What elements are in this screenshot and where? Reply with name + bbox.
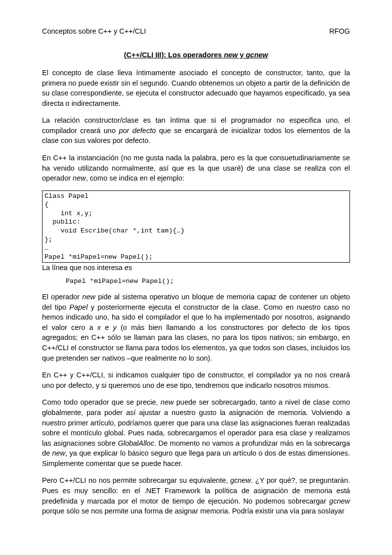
text: Como todo operador que se precie, [42, 398, 161, 406]
em-gcnew: gcnew [230, 476, 251, 484]
page: Conceptos sobre C++ y C++/CLI RFOG (C++/… [0, 0, 392, 555]
text: Pero C++/CLI no nos permite sobrecargar … [42, 476, 230, 484]
paragraph-5: En C++ y C++/CLI, si indicamos cualquier… [42, 370, 350, 390]
inline-code-line: Papel *miPapel=new Papel(); [42, 278, 350, 285]
paragraph-3: En C++ la instanciación (no me gusta nad… [42, 153, 350, 184]
em-por-defecto: por defecto [119, 127, 156, 135]
em-new: new [52, 449, 65, 457]
em-new: new [161, 398, 174, 406]
text: El operador [42, 293, 82, 301]
paragraph-7: Pero C++/CLI no nos permite sobrecargar … [42, 475, 350, 516]
text: porque sólo se nos permite una forma de … [42, 507, 345, 515]
code-block: Class Papel { int x,y; public: void Escr… [42, 190, 350, 263]
em-new: new [82, 293, 95, 301]
title-mid: y [238, 51, 246, 59]
title-keyword-gcnew: gcnew [246, 51, 268, 59]
title-keyword-new: new [224, 51, 238, 59]
em-new: new [73, 174, 86, 182]
em-x: x [97, 324, 101, 331]
text: e [101, 324, 113, 331]
title-prefix: (C++/CLI III): Los operadores [124, 51, 224, 59]
text: , como se indica en el ejemplo: [86, 174, 184, 182]
em-y: y [113, 324, 116, 331]
paragraph-6: Como todo operador que se precie, new pu… [42, 397, 350, 468]
paragraph-1: El concepto de clase lleva íntimamente a… [42, 68, 350, 108]
page-header: Conceptos sobre C++ y C++/CLI RFOG [42, 27, 350, 35]
paragraph-2: La relación constructor/clase es tan ínt… [42, 115, 350, 146]
paragraph-4: El operador new pide al sistema operativ… [42, 292, 350, 363]
em-globalalloc: GlobalAlloc [118, 439, 154, 447]
header-right: RFOG [329, 27, 350, 35]
em-papel: Papel [69, 303, 87, 311]
header-left: Conceptos sobre C++ y C++/CLI [42, 27, 146, 35]
em-gcnew: gcnew [329, 497, 350, 505]
text: , ya que explicar lo básico seguro que l… [42, 449, 350, 467]
document-title: (C++/CLI III): Los operadores new y gcne… [42, 51, 350, 59]
paragraph-after-code: La línea que nos interesa es [42, 264, 350, 272]
